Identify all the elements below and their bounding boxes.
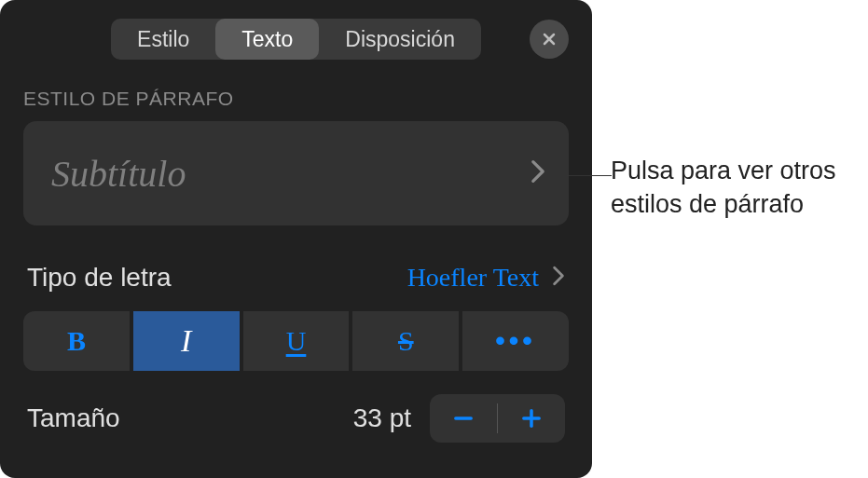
callout-line [567, 175, 612, 176]
tabs-row: Estilo Texto Disposición [23, 19, 569, 60]
size-label: Tamaño [27, 403, 120, 433]
tab-layout[interactable]: Disposición [319, 19, 481, 60]
callout: Pulsa para ver otros estilos de párrafo [611, 154, 867, 222]
size-controls: 33 pt [353, 394, 565, 443]
tab-style[interactable]: Estilo [111, 19, 215, 60]
underline-button[interactable]: U [243, 311, 350, 371]
chevron-right-icon [552, 266, 565, 290]
format-row: B I U S ••• [23, 311, 569, 371]
minus-icon [450, 405, 476, 431]
font-label: Tipo de letra [27, 263, 172, 293]
paragraph-style-value: Subtítulo [51, 152, 186, 196]
size-decrease-button[interactable] [430, 394, 497, 443]
paragraph-style-label: ESTILO DE PÁRRAFO [23, 88, 569, 110]
size-row: Tamaño 33 pt [23, 394, 569, 443]
size-increase-button[interactable] [498, 394, 565, 443]
close-button[interactable] [530, 20, 569, 59]
size-stepper [430, 394, 565, 443]
callout-text: Pulsa para ver otros estilos de párrafo [611, 154, 867, 222]
size-value: 33 pt [353, 403, 411, 433]
close-icon [540, 30, 558, 48]
font-value: Hoefler Text [407, 263, 539, 293]
font-row: Tipo de letra Hoefler Text [23, 263, 569, 293]
bold-button[interactable]: B [23, 311, 130, 371]
more-options-button[interactable]: ••• [462, 311, 569, 371]
segmented-control: Estilo Texto Disposición [111, 19, 481, 60]
strikethrough-button[interactable]: S [352, 311, 459, 371]
chevron-right-icon [530, 159, 545, 187]
tab-text[interactable]: Texto [215, 19, 319, 60]
paragraph-style-picker[interactable]: Subtítulo [23, 121, 569, 225]
plus-icon [518, 405, 544, 431]
italic-button[interactable]: I [133, 311, 240, 371]
font-picker[interactable]: Hoefler Text [407, 263, 565, 293]
format-inspector-panel: Estilo Texto Disposición ESTILO DE PÁRRA… [0, 0, 592, 478]
